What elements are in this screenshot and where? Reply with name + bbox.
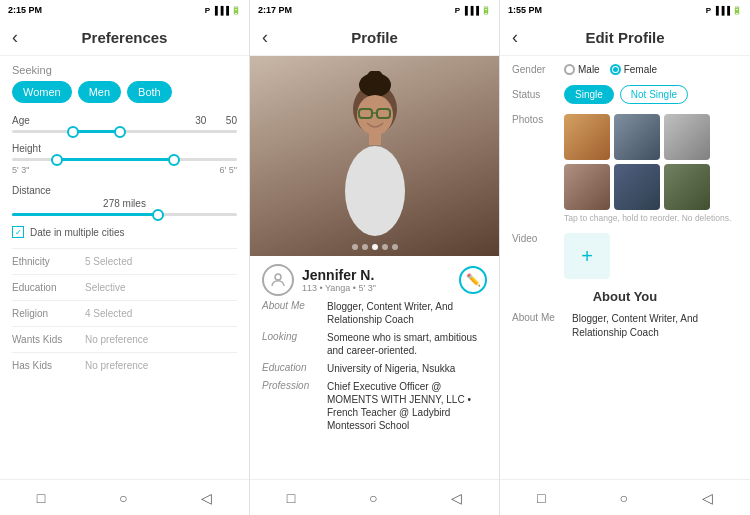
education-row: Education Selective <box>12 274 237 300</box>
photo-thumb-3[interactable] <box>664 114 710 160</box>
distance-label: Distance <box>12 185 51 196</box>
height-slider-track[interactable] <box>12 158 237 161</box>
education-detail-key: Education <box>262 362 327 375</box>
gender-male-radio[interactable] <box>564 64 575 75</box>
bnav-square-2[interactable]: □ <box>287 490 295 506</box>
bnav-back-2[interactable]: ◁ <box>451 490 462 506</box>
profile-badge-icon <box>262 264 294 296</box>
profile-title: Profile <box>351 29 398 46</box>
preferences-content: Seeking Women Men Both Age 30 50 Heigh <box>0 56 249 479</box>
about-you-title: About You <box>512 289 738 304</box>
seek-both-btn[interactable]: Both <box>127 81 172 103</box>
photo-thumb-2[interactable] <box>614 114 660 160</box>
age-thumb-right[interactable] <box>114 126 126 138</box>
photo-thumb-4[interactable] <box>564 164 610 210</box>
profile-name-block: Jennifer N. 113 • Yanga • 5' 3" <box>302 267 459 293</box>
top-nav-1: ‹ Preferences <box>0 20 249 56</box>
bnav-square-3[interactable]: □ <box>537 490 545 506</box>
signal-icon-3: ▐▐▐ <box>713 6 730 15</box>
bottom-nav-2: □ ○ ◁ <box>250 479 499 515</box>
seeking-label: Seeking <box>12 64 237 76</box>
seek-women-btn[interactable]: Women <box>12 81 72 103</box>
carrier-icon-2: P <box>455 6 460 15</box>
height-row: Height 5' 3" 6' 5" <box>12 143 237 175</box>
bnav-back-1[interactable]: ◁ <box>201 490 212 506</box>
profile-edit-button[interactable]: ✏️ <box>459 266 487 294</box>
age-values: Age 30 50 <box>12 115 237 126</box>
dot-3 <box>372 244 378 250</box>
bnav-circle-2[interactable]: ○ <box>369 490 377 506</box>
distance-thumb[interactable] <box>152 209 164 221</box>
photos-row-top <box>564 114 731 160</box>
seek-men-btn[interactable]: Men <box>78 81 121 103</box>
date-multiple-cities-checkbox[interactable]: ✓ <box>12 226 24 238</box>
has-kids-row: Has Kids No preference <box>12 352 237 378</box>
photo-thumb-1[interactable] <box>564 114 610 160</box>
height-thumb-left[interactable] <box>51 154 63 166</box>
education-val: Selective <box>85 282 126 293</box>
photo-thumb-5[interactable] <box>614 164 660 210</box>
height-slider-fill <box>57 158 174 161</box>
height-values: Height <box>12 143 237 154</box>
wants-kids-val: No preference <box>85 334 148 345</box>
status-bar-2: 2:17 PM P ▐▐▐ 🔋 <box>250 0 499 20</box>
gender-female-radio[interactable] <box>610 64 621 75</box>
profile-photo-wrap <box>250 56 499 256</box>
svg-point-7 <box>345 146 405 236</box>
video-label: Video <box>512 233 564 244</box>
video-add-button[interactable]: + <box>564 233 610 279</box>
profession-row: Profession Chief Executive Officer @ MOM… <box>262 380 487 432</box>
edit-profile-content: Gender Male Female Status Single Not Sin… <box>500 56 750 479</box>
not-single-button[interactable]: Not Single <box>620 85 688 104</box>
religion-row: Religion 4 Selected <box>12 300 237 326</box>
gender-female-label: Female <box>624 64 657 75</box>
carrier-icon-3: P <box>706 6 711 15</box>
photos-grid <box>564 114 731 210</box>
bnav-back-3[interactable]: ◁ <box>702 490 713 506</box>
status-bar-3: 1:55 PM P ▐▐▐ 🔋 <box>500 0 750 20</box>
age-thumb-left[interactable] <box>67 126 79 138</box>
top-nav-2: ‹ Profile <box>250 20 499 56</box>
status-icons-1: P ▐▐▐ 🔋 <box>205 6 241 15</box>
gender-label: Gender <box>512 64 564 75</box>
height-thumb-right[interactable] <box>168 154 180 166</box>
bnav-circle-1[interactable]: ○ <box>119 490 127 506</box>
back-arrow-3[interactable]: ‹ <box>512 27 518 48</box>
about-me-val: Blogger, Content Writer, And Relationshi… <box>327 300 487 326</box>
status-icons-3: P ▐▐▐ 🔋 <box>706 6 742 15</box>
time-1: 2:15 PM <box>8 5 42 15</box>
gender-female-option[interactable]: Female <box>610 64 657 75</box>
svg-rect-8 <box>369 129 381 145</box>
svg-point-9 <box>275 274 281 280</box>
photo-thumb-6[interactable] <box>664 164 710 210</box>
gender-male-option[interactable]: Male <box>564 64 600 75</box>
ep-about-me-key: About Me <box>512 312 572 340</box>
date-multiple-cities-row[interactable]: ✓ Date in multiple cities <box>12 226 237 238</box>
religion-key: Religion <box>12 308 77 319</box>
bnav-circle-3[interactable]: ○ <box>619 490 627 506</box>
profile-sub: 113 • Yanga • 5' 3" <box>302 283 459 293</box>
bnav-square-1[interactable]: □ <box>37 490 45 506</box>
status-row: Status Single Not Single <box>512 85 738 104</box>
age-slider-track[interactable] <box>12 130 237 133</box>
back-arrow-2[interactable]: ‹ <box>262 27 268 48</box>
has-kids-val: No preference <box>85 360 148 371</box>
distance-slider-track[interactable] <box>12 213 237 216</box>
bottom-nav-1: □ ○ ◁ <box>0 479 249 515</box>
edit-profile-panel: 1:55 PM P ▐▐▐ 🔋 ‹ Edit Profile Gender Ma… <box>500 0 750 515</box>
back-arrow-1[interactable]: ‹ <box>12 27 18 48</box>
single-button[interactable]: Single <box>564 85 614 104</box>
gender-row: Gender Male Female <box>512 64 738 75</box>
height-label: Height <box>12 143 41 154</box>
video-add-icon: + <box>581 245 593 268</box>
gender-male-label: Male <box>578 64 600 75</box>
dot-1 <box>352 244 358 250</box>
status-label: Status <box>512 89 564 100</box>
status-buttons: Single Not Single <box>564 85 688 104</box>
looking-key: Looking <box>262 331 327 357</box>
seeking-row: Seeking Women Men Both <box>12 64 237 103</box>
profile-panel: 2:17 PM P ▐▐▐ 🔋 ‹ Profile <box>250 0 500 515</box>
age-row: Age 30 50 <box>12 115 237 133</box>
dot-2 <box>362 244 368 250</box>
ethnicity-row: Ethnicity 5 Selected <box>12 248 237 274</box>
